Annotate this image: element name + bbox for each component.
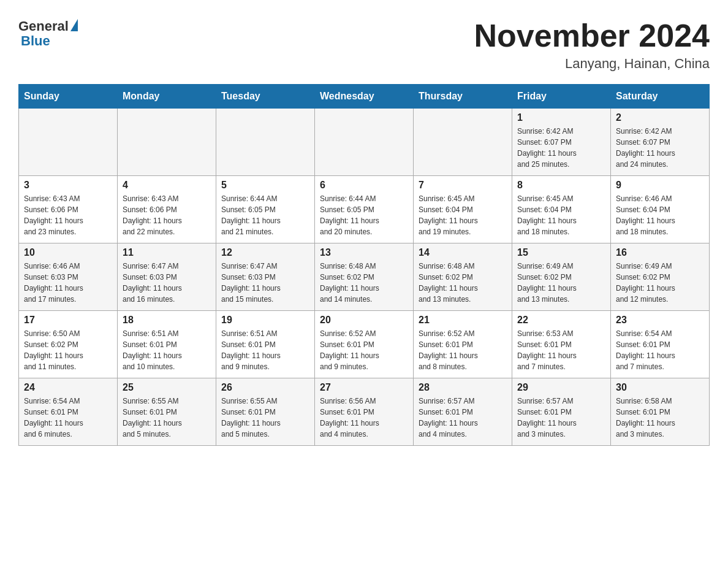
calendar-cell: 8Sunrise: 6:45 AMSunset: 6:04 PMDaylight… bbox=[512, 176, 611, 243]
calendar-cell: 1Sunrise: 6:42 AMSunset: 6:07 PMDaylight… bbox=[512, 109, 611, 176]
day-info: Sunrise: 6:42 AMSunset: 6:07 PMDaylight:… bbox=[517, 126, 605, 170]
day-info: Sunrise: 6:44 AMSunset: 6:05 PMDaylight:… bbox=[221, 193, 309, 237]
calendar-cell: 9Sunrise: 6:46 AMSunset: 6:04 PMDaylight… bbox=[611, 176, 710, 243]
calendar-cell: 25Sunrise: 6:55 AMSunset: 6:01 PMDayligh… bbox=[118, 378, 216, 446]
calendar-cell: 28Sunrise: 6:57 AMSunset: 6:01 PMDayligh… bbox=[414, 378, 512, 446]
day-info: Sunrise: 6:47 AMSunset: 6:03 PMDaylight:… bbox=[221, 261, 309, 305]
calendar-cell bbox=[315, 109, 414, 176]
day-number: 13 bbox=[320, 247, 408, 258]
day-info: Sunrise: 6:51 AMSunset: 6:01 PMDaylight:… bbox=[221, 328, 309, 372]
day-info: Sunrise: 6:46 AMSunset: 6:03 PMDaylight:… bbox=[24, 261, 112, 305]
calendar-cell: 11Sunrise: 6:47 AMSunset: 6:03 PMDayligh… bbox=[118, 243, 216, 311]
day-info: Sunrise: 6:48 AMSunset: 6:02 PMDaylight:… bbox=[419, 261, 507, 305]
col-thursday: Thursday bbox=[414, 85, 512, 109]
day-number: 11 bbox=[123, 247, 211, 258]
col-tuesday: Tuesday bbox=[216, 85, 315, 109]
day-number: 4 bbox=[123, 180, 211, 191]
day-number: 25 bbox=[123, 382, 211, 393]
day-number: 5 bbox=[221, 180, 309, 191]
day-number: 7 bbox=[419, 180, 507, 191]
logo-general-text: General bbox=[18, 18, 69, 34]
day-info: Sunrise: 6:52 AMSunset: 6:01 PMDaylight:… bbox=[419, 328, 507, 372]
calendar-week-row: 3Sunrise: 6:43 AMSunset: 6:06 PMDaylight… bbox=[19, 176, 710, 243]
day-info: Sunrise: 6:55 AMSunset: 6:01 PMDaylight:… bbox=[123, 396, 211, 440]
calendar-cell: 6Sunrise: 6:44 AMSunset: 6:05 PMDaylight… bbox=[315, 176, 414, 243]
day-info: Sunrise: 6:42 AMSunset: 6:07 PMDaylight:… bbox=[616, 126, 704, 170]
day-number: 17 bbox=[24, 315, 112, 326]
calendar-table: Sunday Monday Tuesday Wednesday Thursday… bbox=[18, 84, 710, 446]
day-info: Sunrise: 6:45 AMSunset: 6:04 PMDaylight:… bbox=[419, 193, 507, 237]
calendar-cell: 30Sunrise: 6:58 AMSunset: 6:01 PMDayligh… bbox=[611, 378, 710, 446]
calendar-week-row: 24Sunrise: 6:54 AMSunset: 6:01 PMDayligh… bbox=[19, 378, 710, 446]
calendar-cell: 7Sunrise: 6:45 AMSunset: 6:04 PMDaylight… bbox=[414, 176, 512, 243]
day-number: 22 bbox=[517, 315, 605, 326]
day-info: Sunrise: 6:43 AMSunset: 6:06 PMDaylight:… bbox=[123, 193, 211, 237]
calendar-week-row: 10Sunrise: 6:46 AMSunset: 6:03 PMDayligh… bbox=[19, 243, 710, 311]
calendar-week-row: 1Sunrise: 6:42 AMSunset: 6:07 PMDaylight… bbox=[19, 109, 710, 176]
day-number: 20 bbox=[320, 315, 408, 326]
calendar-cell: 2Sunrise: 6:42 AMSunset: 6:07 PMDaylight… bbox=[611, 109, 710, 176]
calendar-cell: 16Sunrise: 6:49 AMSunset: 6:02 PMDayligh… bbox=[611, 243, 710, 311]
calendar-cell: 20Sunrise: 6:52 AMSunset: 6:01 PMDayligh… bbox=[315, 311, 414, 378]
day-info: Sunrise: 6:47 AMSunset: 6:03 PMDaylight:… bbox=[123, 261, 211, 305]
logo-triangle-icon bbox=[70, 19, 78, 31]
day-number: 3 bbox=[24, 180, 112, 191]
day-info: Sunrise: 6:43 AMSunset: 6:06 PMDaylight:… bbox=[24, 193, 112, 237]
col-saturday: Saturday bbox=[611, 85, 710, 109]
calendar-cell: 27Sunrise: 6:56 AMSunset: 6:01 PMDayligh… bbox=[315, 378, 414, 446]
day-number: 6 bbox=[320, 180, 408, 191]
day-info: Sunrise: 6:49 AMSunset: 6:02 PMDaylight:… bbox=[616, 261, 704, 305]
calendar-cell: 12Sunrise: 6:47 AMSunset: 6:03 PMDayligh… bbox=[216, 243, 315, 311]
calendar-cell: 3Sunrise: 6:43 AMSunset: 6:06 PMDaylight… bbox=[19, 176, 118, 243]
calendar-cell: 4Sunrise: 6:43 AMSunset: 6:06 PMDaylight… bbox=[118, 176, 216, 243]
col-monday: Monday bbox=[118, 85, 216, 109]
day-info: Sunrise: 6:55 AMSunset: 6:01 PMDaylight:… bbox=[221, 396, 309, 440]
calendar-subtitle: Lanyang, Hainan, China bbox=[474, 56, 710, 72]
day-number: 15 bbox=[517, 247, 605, 258]
calendar-cell: 21Sunrise: 6:52 AMSunset: 6:01 PMDayligh… bbox=[414, 311, 512, 378]
day-info: Sunrise: 6:50 AMSunset: 6:02 PMDaylight:… bbox=[24, 328, 112, 372]
day-number: 8 bbox=[517, 180, 605, 191]
day-number: 18 bbox=[123, 315, 211, 326]
calendar-cell bbox=[118, 109, 216, 176]
col-wednesday: Wednesday bbox=[315, 85, 414, 109]
day-info: Sunrise: 6:54 AMSunset: 6:01 PMDaylight:… bbox=[24, 396, 112, 440]
calendar-cell: 10Sunrise: 6:46 AMSunset: 6:03 PMDayligh… bbox=[19, 243, 118, 311]
calendar-cell: 18Sunrise: 6:51 AMSunset: 6:01 PMDayligh… bbox=[118, 311, 216, 378]
day-info: Sunrise: 6:51 AMSunset: 6:01 PMDaylight:… bbox=[123, 328, 211, 372]
calendar-cell: 14Sunrise: 6:48 AMSunset: 6:02 PMDayligh… bbox=[414, 243, 512, 311]
calendar-cell bbox=[414, 109, 512, 176]
day-info: Sunrise: 6:46 AMSunset: 6:04 PMDaylight:… bbox=[616, 193, 704, 237]
calendar-cell: 23Sunrise: 6:54 AMSunset: 6:01 PMDayligh… bbox=[611, 311, 710, 378]
day-number: 10 bbox=[24, 247, 112, 258]
calendar-cell: 29Sunrise: 6:57 AMSunset: 6:01 PMDayligh… bbox=[512, 378, 611, 446]
day-info: Sunrise: 6:48 AMSunset: 6:02 PMDaylight:… bbox=[320, 261, 408, 305]
day-number: 19 bbox=[221, 315, 309, 326]
day-number: 1 bbox=[517, 112, 605, 123]
day-number: 16 bbox=[616, 247, 704, 258]
calendar-cell: 5Sunrise: 6:44 AMSunset: 6:05 PMDaylight… bbox=[216, 176, 315, 243]
day-number: 14 bbox=[419, 247, 507, 258]
day-number: 23 bbox=[616, 315, 704, 326]
day-number: 26 bbox=[221, 382, 309, 393]
logo-blue-text: Blue bbox=[21, 33, 50, 49]
page-header: General Blue November 2024 Lanyang, Hain… bbox=[18, 18, 710, 72]
calendar-cell bbox=[216, 109, 315, 176]
calendar-cell: 22Sunrise: 6:53 AMSunset: 6:01 PMDayligh… bbox=[512, 311, 611, 378]
day-number: 24 bbox=[24, 382, 112, 393]
day-number: 30 bbox=[616, 382, 704, 393]
title-block: November 2024 Lanyang, Hainan, China bbox=[474, 18, 710, 72]
day-info: Sunrise: 6:52 AMSunset: 6:01 PMDaylight:… bbox=[320, 328, 408, 372]
day-info: Sunrise: 6:44 AMSunset: 6:05 PMDaylight:… bbox=[320, 193, 408, 237]
col-sunday: Sunday bbox=[19, 85, 118, 109]
day-number: 28 bbox=[419, 382, 507, 393]
day-info: Sunrise: 6:49 AMSunset: 6:02 PMDaylight:… bbox=[517, 261, 605, 305]
day-number: 29 bbox=[517, 382, 605, 393]
calendar-cell: 15Sunrise: 6:49 AMSunset: 6:02 PMDayligh… bbox=[512, 243, 611, 311]
day-number: 27 bbox=[320, 382, 408, 393]
day-info: Sunrise: 6:57 AMSunset: 6:01 PMDaylight:… bbox=[517, 396, 605, 440]
calendar-header-row: Sunday Monday Tuesday Wednesday Thursday… bbox=[19, 85, 710, 109]
calendar-cell: 17Sunrise: 6:50 AMSunset: 6:02 PMDayligh… bbox=[19, 311, 118, 378]
day-info: Sunrise: 6:45 AMSunset: 6:04 PMDaylight:… bbox=[517, 193, 605, 237]
day-info: Sunrise: 6:57 AMSunset: 6:01 PMDaylight:… bbox=[419, 396, 507, 440]
